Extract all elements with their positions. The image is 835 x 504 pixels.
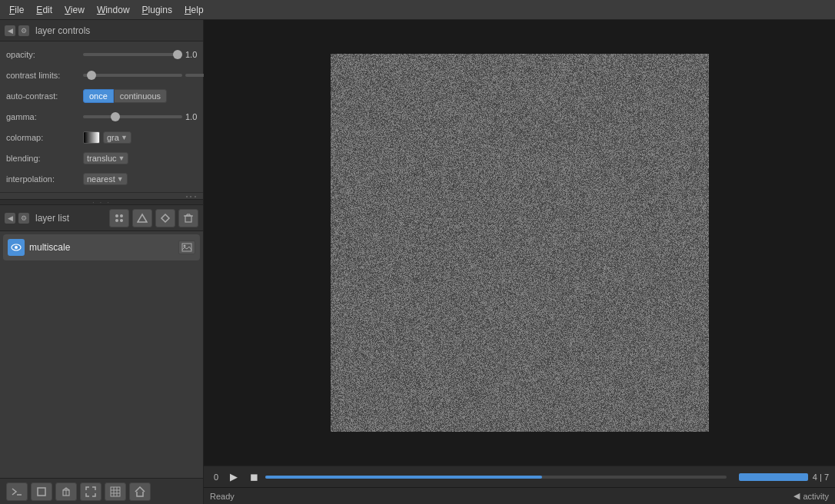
menu-help[interactable]: Help <box>178 3 210 17</box>
menubar: File Edit View Window Plugins Help <box>0 0 835 20</box>
canvas-area: 0 ▶ ◼ 4 | 7 Ready ◀ activity <box>204 20 835 504</box>
frame-display: 4 | 7 <box>736 472 829 482</box>
noise-canvas <box>331 54 709 432</box>
grid-icon <box>110 486 121 497</box>
list-collapse-icon[interactable]: ◀ <box>5 213 15 224</box>
left-panel: ◀ ⚙ layer controls opacity: 1.0 contrast… <box>0 20 204 504</box>
playback-bar: 0 ▶ ◼ 4 | 7 <box>204 466 835 487</box>
activity-button[interactable]: ◀ activity <box>793 491 829 501</box>
gamma-slider[interactable] <box>83 115 182 118</box>
opacity-label: opacity: <box>6 50 83 59</box>
svg-rect-22 <box>111 487 120 496</box>
more-options-area[interactable]: ⋮ <box>0 192 203 199</box>
playback-progress <box>265 476 542 479</box>
settings-icon[interactable]: ⚙ <box>18 25 29 36</box>
blending-select[interactable]: transluc ▼ <box>83 152 128 164</box>
terminal-button[interactable] <box>6 482 28 501</box>
panel-resizer[interactable]: · · · <box>0 199 203 205</box>
delete-layer-button[interactable] <box>178 209 198 227</box>
layer-name: multiscale <box>29 242 174 253</box>
opacity-control: 1.0 <box>83 50 204 59</box>
colormap-preview <box>83 131 100 144</box>
svg-point-11 <box>15 246 18 249</box>
grid-button[interactable] <box>105 482 126 501</box>
opacity-value: 1.0 <box>185 50 204 59</box>
labels-tool-button[interactable] <box>155 209 175 227</box>
blending-arrow-icon: ▼ <box>118 154 125 162</box>
svg-point-13 <box>184 245 186 247</box>
opacity-row: opacity: 1.0 <box>6 46 197 63</box>
auto-contrast-once-button[interactable]: once <box>83 89 114 103</box>
gamma-value: 1.0 <box>185 112 204 121</box>
blending-label: blending: <box>6 154 83 163</box>
home-icon <box>135 486 145 497</box>
svg-rect-15 <box>38 488 45 496</box>
layer-controls-title: layer controls <box>35 25 90 36</box>
frame-progress-bar[interactable] <box>739 473 808 481</box>
menu-edit[interactable]: Edit <box>30 3 58 17</box>
square-icon <box>36 486 47 497</box>
expand-button[interactable] <box>80 482 101 501</box>
gamma-row: gamma: 1.0 <box>6 108 197 125</box>
contrast-row: contrast limits: <box>6 67 197 84</box>
play-button[interactable]: ▶ <box>225 469 242 486</box>
interpolation-arrow-icon: ▼ <box>117 175 124 183</box>
opacity-slider[interactable] <box>83 53 182 56</box>
noise-image <box>331 54 709 432</box>
main-layout: ◀ ⚙ layer controls opacity: 1.0 contrast… <box>0 20 835 504</box>
layer-controls: opacity: 1.0 contrast limits: <box>0 41 203 192</box>
list-header-icons: ◀ ⚙ <box>5 213 29 224</box>
layer-visibility-toggle[interactable] <box>8 239 25 256</box>
canvas-viewport[interactable] <box>204 20 835 466</box>
contrast-label: contrast limits: <box>6 71 83 80</box>
auto-contrast-label: auto-contrast: <box>6 91 83 101</box>
layer-controls-header: ◀ ⚙ layer controls <box>0 20 203 41</box>
svg-point-0 <box>115 214 118 217</box>
colormap-arrow-icon: ▼ <box>121 134 128 141</box>
gamma-control: 1.0 <box>83 112 204 121</box>
square-button[interactable] <box>31 482 52 501</box>
cube-button[interactable] <box>55 482 77 501</box>
image-icon <box>181 243 192 252</box>
trash-icon <box>183 213 194 224</box>
list-settings-icon[interactable]: ⚙ <box>18 213 29 224</box>
layer-list-toolbar: ◀ ⚙ layer list <box>0 205 203 231</box>
eye-icon <box>11 244 22 251</box>
bottom-toolbar <box>0 478 203 504</box>
menu-view[interactable]: View <box>58 3 91 17</box>
svg-point-3 <box>120 219 123 222</box>
gamma-label: gamma: <box>6 112 83 121</box>
collapse-icon[interactable]: ◀ <box>5 25 15 36</box>
colormap-label: colormap: <box>6 133 83 142</box>
menu-window[interactable]: Window <box>91 3 136 17</box>
contrast-min-slider[interactable] <box>83 74 182 77</box>
points-tool-button[interactable] <box>109 209 129 227</box>
menu-file[interactable]: File <box>3 3 30 17</box>
layer-list-title: layer list <box>35 213 69 224</box>
colormap-select[interactable]: gra ▼ <box>103 131 131 144</box>
blending-row: blending: transluc ▼ <box>6 150 197 167</box>
stop-button[interactable]: ◼ <box>245 469 262 486</box>
home-button[interactable] <box>129 482 151 501</box>
interpolation-row: interpolation: nearest ▼ <box>6 171 197 187</box>
layer-type-icon <box>178 240 195 254</box>
svg-point-2 <box>115 219 118 222</box>
vertical-dots-icon: ⋮ <box>184 191 198 201</box>
svg-point-1 <box>120 214 123 217</box>
layer-items-list: multiscale <box>0 231 203 478</box>
shapes-tool-button[interactable] <box>132 209 152 227</box>
shapes-icon <box>137 213 148 224</box>
blending-control: transluc ▼ <box>83 152 197 164</box>
layer-list-section: ◀ ⚙ layer list <box>0 205 203 478</box>
interpolation-control: nearest ▼ <box>83 173 197 185</box>
svg-marker-4 <box>138 214 147 222</box>
interpolation-select[interactable]: nearest ▼ <box>83 173 128 185</box>
labels-icon <box>160 213 171 224</box>
expand-icon <box>85 486 96 497</box>
menu-plugins[interactable]: Plugins <box>136 3 178 17</box>
auto-contrast-continuous-button[interactable]: continuous <box>114 89 167 103</box>
layer-item[interactable]: multiscale <box>3 234 200 260</box>
playback-timeline[interactable] <box>265 476 727 479</box>
terminal-icon <box>11 486 23 497</box>
current-frame-number: 0 <box>210 472 222 482</box>
